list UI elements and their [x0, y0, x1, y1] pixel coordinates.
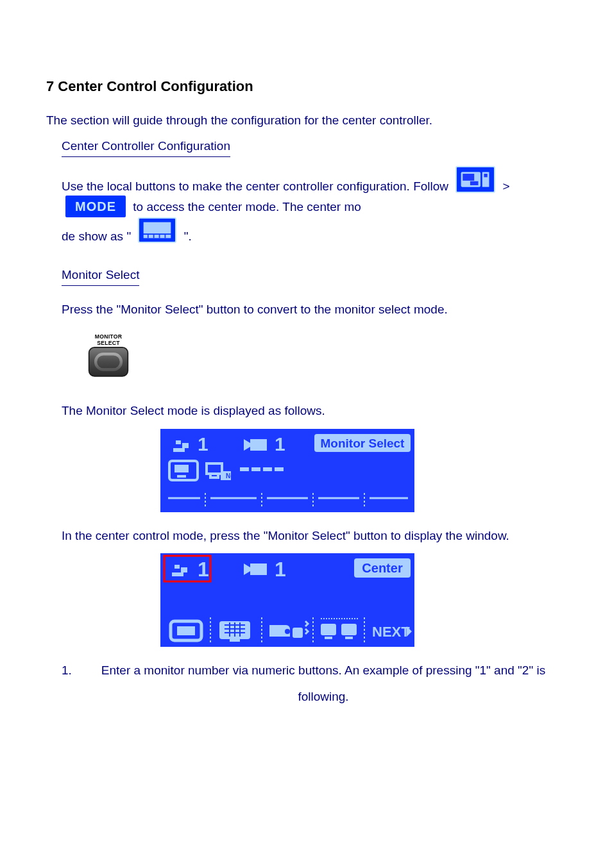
mode-button-icon: MODE [65, 196, 126, 217]
lcd1-mid-num: 1 [275, 433, 285, 455]
svg-rect-1 [463, 174, 475, 181]
svg-text:MONITOR: MONITOR [95, 333, 123, 340]
step-1: Enter a monitor number via numeric butto… [62, 662, 566, 705]
step-1-line-1: Enter a monitor number via numeric butto… [101, 664, 545, 677]
svg-rect-51 [230, 639, 240, 642]
svg-rect-4 [484, 174, 488, 177]
cc-text-b: > [503, 179, 510, 193]
svg-rect-23 [240, 467, 249, 471]
cc-instruction: Use the local buttons to make the center… [46, 166, 566, 245]
lcd2-title: Center [362, 561, 403, 575]
svg-rect-56 [325, 637, 332, 639]
cc-text-d: ". [184, 230, 192, 243]
cc-text-c2: de show as " [62, 230, 131, 243]
lcd-monitor-select: 1 1 Monitor Select No. [160, 429, 414, 512]
monitor-select-button-art: MONITOR SELECT [83, 327, 566, 388]
ms-step-1: Press the "Monitor Select" button to con… [46, 301, 566, 319]
lcd-mode-icon [455, 166, 495, 193]
svg-rect-57 [341, 624, 357, 635]
cc-text-a: Use the local buttons to make the center… [62, 179, 452, 193]
ms-step-2: The Monitor Select mode is displayed as … [46, 403, 566, 420]
svg-rect-19 [174, 465, 189, 472]
step-1-line-2: following. [298, 690, 348, 703]
lcd2-mid-num: 1 [275, 558, 286, 581]
lcd2-left-num: 1 [198, 558, 209, 581]
lcd2-next: NEXT [372, 624, 410, 640]
svg-text:No.: No. [226, 472, 236, 480]
svg-rect-24 [251, 467, 260, 471]
svg-rect-55 [321, 624, 336, 635]
intro-text: The section will guide through the confi… [46, 112, 566, 129]
ms-step-3: In the center control mode, press the "M… [46, 528, 566, 545]
svg-rect-43 [177, 626, 195, 635]
svg-text:SELECT: SELECT [97, 340, 120, 347]
cc-text-mid: to access the center mode. The center mo [133, 200, 361, 213]
svg-rect-5 [144, 222, 171, 233]
lcd1-title: Monitor Select [321, 437, 405, 450]
lcd1-left-num: 1 [198, 433, 208, 455]
steps-list: Enter a monitor number via numeric butto… [46, 662, 566, 705]
svg-rect-25 [263, 467, 272, 471]
monitor-select-subheading: Monitor Select [62, 267, 139, 286]
section-heading: 7 Center Control Configuration [46, 77, 566, 97]
svg-rect-20 [177, 475, 186, 478]
page-root: 7 Center Control Configuration The secti… [0, 0, 612, 868]
svg-rect-58 [345, 637, 353, 639]
cc-subheading: Center Controller Configuration [62, 138, 230, 157]
svg-point-52 [285, 629, 290, 634]
svg-rect-53 [293, 628, 303, 638]
lcd-center: 1 1 Center [160, 553, 414, 647]
center-lcd-icon [138, 217, 176, 243]
svg-rect-26 [275, 467, 284, 471]
svg-rect-2 [470, 181, 479, 185]
